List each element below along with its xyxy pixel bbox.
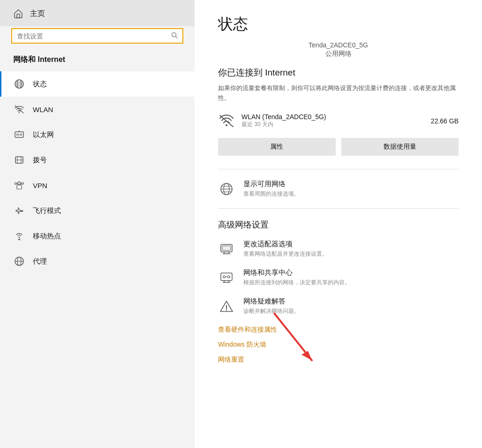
wlan-name: WLAN (Tenda_2ADCE0_5G)	[241, 113, 431, 121]
sidebar-item-label-dialup: 拨号	[33, 156, 47, 165]
advanced-heading: 高级网络设置	[218, 219, 459, 230]
hotspot-icon	[13, 230, 25, 242]
svg-point-8	[19, 112, 20, 113]
network-name: Tenda_2ADCE0_5G	[218, 41, 459, 49]
sidebar-section-title: 网络和 Internet	[0, 50, 195, 71]
sidebar-item-label-airplane: 飞行模式	[33, 206, 61, 215]
reset-link[interactable]: 网络重置	[218, 356, 244, 364]
sidebar-item-ethernet[interactable]: 以太网	[0, 122, 195, 147]
reset-link-container: 网络重置	[218, 356, 459, 364]
warning-icon	[218, 298, 235, 315]
sharing-center-row[interactable]: 网络和共享中心 根据所连接到的网络，决定要共享的内容。	[218, 268, 459, 287]
data-usage-button[interactable]: 数据使用量	[341, 138, 459, 156]
properties-button[interactable]: 属性	[218, 138, 336, 156]
ethernet-icon	[13, 129, 25, 141]
sidebar-item-label-ethernet: 以太网	[33, 130, 54, 139]
search-wrapper	[0, 26, 195, 50]
home-icon	[13, 8, 23, 19]
links-section: 查看硬件和连接属性 Windows 防火墙 网络重置	[218, 326, 459, 364]
button-row: 属性 数据使用量	[218, 138, 459, 156]
show-networks-text: 显示可用网络 查看周围的连接选项。	[243, 180, 300, 198]
svg-point-51	[226, 309, 227, 310]
airplane-icon	[13, 205, 25, 217]
svg-line-2	[176, 37, 178, 38]
dialup-icon	[13, 154, 25, 166]
svg-point-21	[15, 182, 17, 184]
sidebar-item-hotspot[interactable]: 移动热点	[0, 223, 195, 249]
svg-point-45	[228, 275, 230, 278]
sidebar-item-dialup[interactable]: 拨号	[0, 147, 195, 173]
svg-marker-53	[301, 351, 312, 360]
home-label: 主页	[30, 9, 45, 19]
connected-heading: 你已连接到 Internet	[218, 67, 459, 79]
sidebar-item-label-hotspot: 移动热点	[33, 232, 61, 241]
svg-point-31	[226, 124, 227, 126]
search-box[interactable]	[11, 28, 183, 44]
hardware-link[interactable]: 查看硬件和连接属性	[218, 326, 459, 334]
show-networks-icon	[218, 181, 235, 197]
proxy-icon	[13, 255, 25, 267]
wlan-usage: 22.66 GB	[431, 117, 459, 125]
page-title: 状态	[218, 14, 459, 35]
wlan-status-icon	[218, 113, 235, 129]
adapter-options-row[interactable]: 更改适配器选项 查看网络适配器并更改连接设置。	[218, 240, 459, 258]
sidebar-item-label-proxy: 代理	[33, 257, 47, 266]
network-type: 公用网络	[218, 50, 459, 58]
adapter-text: 更改适配器选项 查看网络适配器并更改连接设置。	[243, 240, 328, 258]
sidebar-item-airplane[interactable]: 飞行模式	[0, 198, 195, 223]
svg-line-52	[274, 313, 312, 360]
divider	[218, 169, 459, 169]
sidebar-item-vpn[interactable]: VPN	[0, 173, 195, 198]
sidebar-item-wlan[interactable]: WLAN	[0, 97, 195, 122]
troubleshoot-text: 网络疑难解答 诊断并解决网络问题。	[243, 297, 300, 315]
search-input[interactable]	[17, 32, 171, 40]
adapter-icon	[218, 241, 235, 258]
wlan-info: WLAN (Tenda_2ADCE0_5G) 最近 30 天内	[241, 113, 431, 129]
vpn-icon	[13, 179, 25, 191]
main-content: 状态 Tenda_2ADCE0_5G 公用网络 你已连接到 Internet 如…	[195, 0, 482, 448]
wlan-time: 最近 30 天内	[241, 121, 431, 129]
svg-point-22	[22, 182, 24, 184]
sidebar-item-proxy[interactable]: 代理	[0, 249, 195, 274]
svg-point-20	[18, 182, 21, 185]
wifi-icon	[13, 103, 25, 115]
svg-point-44	[223, 275, 226, 278]
svg-point-25	[19, 236, 20, 238]
divider2	[218, 208, 459, 209]
svg-rect-10	[15, 132, 23, 137]
sidebar-item-label-vpn: VPN	[33, 182, 47, 190]
firewall-link[interactable]: Windows 防火墙	[218, 341, 459, 349]
sidebar-home[interactable]: 主页	[0, 0, 195, 26]
sidebar-item-label-wlan: WLAN	[33, 106, 53, 114]
sidebar: 主页 网络和 Internet 状态	[0, 0, 195, 448]
sidebar-item-status[interactable]: 状态	[0, 71, 195, 97]
sharing-text: 网络和共享中心 根据所连接到的网络，决定要共享的内容。	[243, 268, 350, 287]
troubleshoot-row[interactable]: 网络疑难解答 诊断并解决网络问题。	[218, 297, 459, 315]
search-icon	[171, 32, 178, 40]
show-networks-row[interactable]: 显示可用网络 查看周围的连接选项。	[218, 180, 459, 198]
svg-rect-0	[17, 14, 20, 18]
globe-icon	[13, 78, 25, 90]
svg-rect-39	[222, 246, 231, 251]
wlan-row: WLAN (Tenda_2ADCE0_5G) 最近 30 天内 22.66 GB	[218, 113, 459, 129]
sharing-icon	[218, 269, 235, 286]
sidebar-item-label-status: 状态	[33, 80, 47, 89]
connected-desc: 如果你的流量套餐有限制，则你可以将此网络设置为按流量计费的连接，或者更改其他属性…	[218, 84, 459, 103]
